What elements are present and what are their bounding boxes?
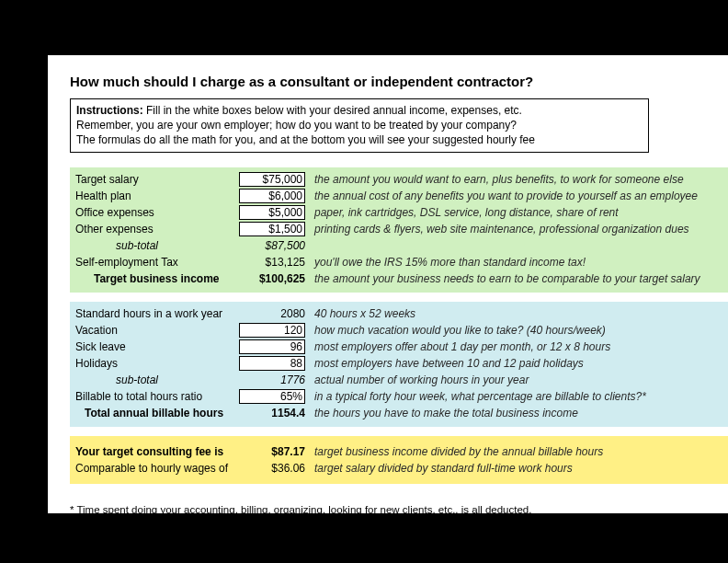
row-income-subtotal: sub-total $87,500 (70, 237, 728, 254)
result-section: Your target consulting fee is $87.17 tar… (70, 436, 728, 484)
comparable-wage-value: $36.06 (239, 460, 307, 477)
label: Office expenses (70, 204, 239, 221)
desc: the amount your business needs to earn t… (314, 270, 728, 287)
health-plan-input[interactable] (239, 189, 305, 203)
row-office-expenses: Office expenses paper, ink cartridges, D… (70, 204, 728, 221)
target-fee-value: $87.17 (239, 443, 307, 460)
row-target-salary: Target salary the amount you would want … (70, 171, 728, 188)
row-target-fee: Your target consulting fee is $87.17 tar… (70, 443, 728, 460)
instructions-line2: Remember, you are your own employer; how… (76, 119, 517, 132)
label: Standard hours in a work year (70, 305, 239, 322)
label: Billable to total hours ratio (70, 388, 239, 405)
label: sub-total (70, 372, 239, 388)
standard-hours-value: 2080 (239, 305, 307, 322)
label: Health plan (70, 188, 239, 204)
row-se-tax: Self-employment Tax $13,125 you'll owe t… (70, 254, 728, 270)
label: Total annual billable hours (70, 405, 239, 421)
desc: printing cards & flyers, web site mainte… (314, 221, 728, 237)
se-tax-value: $13,125 (239, 254, 307, 270)
desc: most employers offer about 1 day per mon… (314, 339, 728, 355)
label: Sick leave (70, 339, 239, 355)
desc: actual number of working hours in your y… (314, 372, 728, 388)
row-holidays: Holidays most employers have between 10 … (70, 355, 728, 372)
instructions-line3: The formulas do all the math for you, an… (76, 133, 535, 146)
row-hours-subtotal: sub-total 1776 actual number of working … (70, 372, 728, 388)
office-expenses-input[interactable] (239, 205, 305, 220)
page-title: How much should I charge as a consultant… (70, 74, 706, 89)
label: Target salary (70, 171, 239, 188)
row-health-plan: Health plan the annual cost of any benef… (70, 188, 728, 204)
label: Self-employment Tax (70, 254, 239, 270)
row-total-billable-hours: Total annual billable hours 1154.4 the h… (70, 405, 728, 421)
sick-leave-input[interactable] (239, 339, 305, 354)
row-target-business-income: Target business income $100,625 the amou… (70, 270, 728, 287)
desc: paper, ink cartridges, DSL service, long… (314, 204, 728, 221)
label: Comparable to hourly wages of (70, 460, 239, 477)
footnote: * Time spent doing your accounting, bill… (70, 497, 706, 513)
desc: target salary divided by standard full-t… (314, 460, 728, 477)
desc: the annual cost of any benefits you want… (314, 188, 728, 204)
vacation-input[interactable] (239, 323, 305, 338)
desc: you'll owe the IRS 15% more than standar… (314, 254, 728, 270)
label: Other expenses (70, 221, 239, 237)
hours-section: Standard hours in a work year 2080 40 ho… (70, 302, 728, 427)
worksheet-page: How much should I charge as a consultant… (48, 55, 728, 513)
total-billable-hours-value: 1154.4 (239, 405, 307, 421)
footnote-line1: * Time spent doing your accounting, bill… (70, 504, 531, 513)
instructions-bold: Instructions: (76, 104, 143, 117)
row-vacation: Vacation how much vacation would you lik… (70, 322, 728, 339)
income-section: Target salary the amount you would want … (70, 167, 728, 293)
hours-subtotal-value: 1776 (239, 372, 307, 388)
label: Holidays (70, 355, 239, 372)
income-subtotal-value: $87,500 (239, 237, 307, 254)
billable-ratio-input[interactable] (239, 389, 305, 404)
desc: 40 hours x 52 weeks (314, 305, 728, 322)
label: Target business income (70, 270, 239, 287)
desc: the hours you have to make the total bus… (314, 405, 728, 421)
other-expenses-input[interactable] (239, 222, 305, 236)
row-comparable-wage: Comparable to hourly wages of $36.06 tar… (70, 460, 728, 477)
desc: the amount you would want to earn, plus … (314, 171, 728, 188)
holidays-input[interactable] (239, 356, 305, 371)
target-salary-input[interactable] (239, 172, 305, 187)
target-business-income-value: $100,625 (239, 270, 307, 287)
row-sick-leave: Sick leave most employers offer about 1 … (70, 339, 728, 355)
row-other-expenses: Other expenses printing cards & flyers, … (70, 221, 728, 237)
instructions-box: Instructions: Fill in the white boxes be… (70, 98, 649, 153)
desc: target business income divided by the an… (314, 443, 728, 460)
label: Your target consulting fee is (70, 443, 239, 460)
desc: how much vacation would you like to take… (314, 322, 728, 339)
desc: in a typical forty hour week, what perce… (314, 388, 728, 405)
row-billable-ratio: Billable to total hours ratio in a typic… (70, 388, 728, 405)
instructions-line1: Fill in the white boxes below with your … (143, 104, 522, 117)
label: sub-total (70, 237, 239, 254)
row-standard-hours: Standard hours in a work year 2080 40 ho… (70, 305, 728, 322)
desc: most employers have between 10 and 12 pa… (314, 355, 728, 372)
label: Vacation (70, 322, 239, 339)
